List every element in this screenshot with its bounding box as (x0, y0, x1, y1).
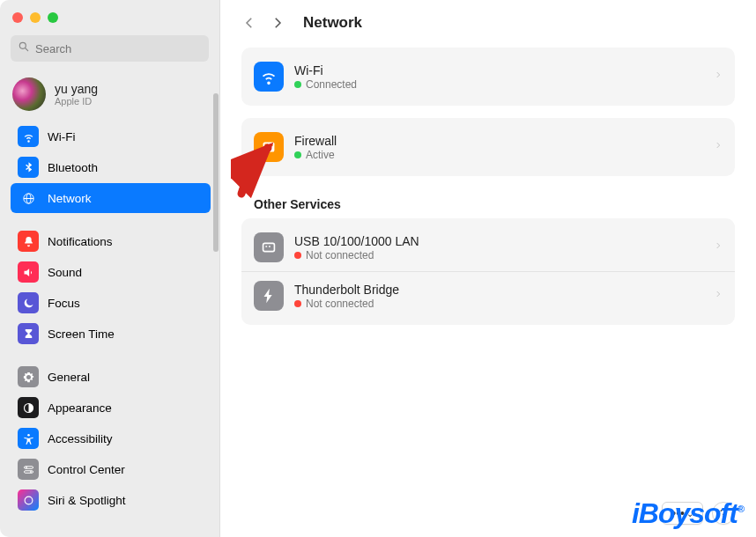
page-title: Network (303, 14, 362, 32)
sidebar-item-label: Bluetooth (48, 161, 98, 174)
firewall-icon (254, 132, 284, 162)
row-title: Wi-Fi (294, 63, 703, 77)
sidebar: yu yang Apple ID Wi-Fi Bluetooth Network (0, 0, 220, 537)
wifi-icon (18, 126, 39, 147)
user-sub: Apple ID (55, 96, 98, 107)
svg-point-10 (30, 471, 32, 473)
wifi-icon (254, 62, 284, 92)
row-wifi[interactable]: Wi-Fi Connected (241, 53, 735, 100)
row-title: Thunderbolt Bridge (294, 283, 703, 297)
sidebar-item-label: Appearance (48, 401, 112, 415)
svg-rect-7 (24, 466, 33, 468)
svg-rect-14 (270, 143, 273, 146)
sidebar-item-label: Network (48, 192, 92, 205)
thunderbolt-icon (254, 281, 284, 311)
close-window-button[interactable] (12, 12, 23, 23)
content: Wi-Fi Connected Firewall Active Other Se… (220, 42, 756, 502)
main-pane: Network Wi-Fi Connected Firewall (220, 0, 756, 537)
globe-net-icon (18, 188, 39, 209)
chevron-right-icon (714, 139, 723, 155)
gear-icon (18, 366, 39, 387)
other-services-heading: Other Services (241, 188, 735, 218)
row-title: Firewall (294, 134, 703, 148)
status-dot (294, 151, 301, 158)
row-usb-lan[interactable]: USB 10/100/1000 LAN Not connected (241, 224, 735, 271)
svg-rect-9 (24, 470, 33, 473)
sidebar-item-label: Sound (48, 266, 82, 279)
siri-icon (18, 489, 39, 511)
status-dot (294, 300, 301, 307)
chevron-right-icon (714, 239, 723, 255)
row-status: Not connected (306, 249, 374, 261)
hourglass-icon (18, 323, 39, 344)
appearance-icon (18, 397, 39, 418)
accessibility-icon (18, 428, 39, 449)
svg-rect-16 (263, 243, 275, 251)
ethernet-icon (254, 232, 284, 262)
search-field[interactable] (11, 35, 209, 62)
sidebar-item-control-center[interactable]: Control Center (11, 454, 211, 484)
header: Network (220, 0, 756, 42)
bluetooth-icon (18, 157, 39, 178)
sidebar-item-appearance[interactable]: Appearance (11, 393, 211, 423)
sidebar-item-label: Screen Time (48, 327, 115, 341)
back-button[interactable] (241, 15, 257, 31)
sidebar-item-label: Accessibility (48, 432, 113, 445)
search-input[interactable] (35, 42, 202, 55)
sidebar-item-accessibility[interactable]: Accessibility (11, 423, 211, 453)
moon-icon (18, 292, 39, 313)
sidebar-item-network[interactable]: Network (11, 183, 211, 213)
svg-point-8 (26, 467, 27, 468)
search-icon (18, 40, 35, 56)
svg-point-6 (27, 433, 30, 436)
sidebar-item-general[interactable]: General (11, 362, 211, 392)
row-status: Active (306, 149, 335, 161)
svg-point-11 (25, 497, 33, 504)
svg-rect-15 (266, 148, 271, 151)
sidebar-item-screen-time[interactable]: Screen Time (11, 319, 211, 349)
user-name: yu yang (55, 82, 98, 96)
row-status: Connected (306, 78, 357, 91)
row-firewall[interactable]: Firewall Active (241, 123, 735, 171)
sidebar-item-siri-spotlight[interactable]: Siri & Spotlight (11, 485, 211, 515)
sidebar-item-label: Wi-Fi (48, 130, 75, 143)
sidebar-item-label: General (48, 371, 90, 384)
forward-button[interactable] (270, 15, 285, 31)
sidebar-item-label: Siri & Spotlight (48, 494, 126, 507)
sidebar-item-notifications[interactable]: Notifications (11, 226, 211, 256)
sidebar-item-label: Notifications (48, 235, 113, 248)
status-dot (294, 81, 301, 88)
switches-icon (18, 459, 39, 480)
chevron-right-icon (714, 69, 723, 85)
avatar (12, 77, 46, 111)
other-services-card: USB 10/100/1000 LAN Not connected Thunde… (241, 218, 735, 325)
svg-line-1 (26, 48, 28, 51)
status-dot (294, 252, 301, 259)
speaker-icon (18, 261, 39, 283)
apple-id-row[interactable]: yu yang Apple ID (0, 70, 219, 121)
bell-icon (18, 231, 39, 252)
row-thunderbolt-bridge[interactable]: Thunderbolt Bridge Not connected (241, 271, 735, 320)
minimize-window-button[interactable] (30, 12, 41, 23)
sidebar-item-focus[interactable]: Focus (11, 288, 211, 318)
sidebar-item-bluetooth[interactable]: Bluetooth (11, 152, 211, 182)
zoom-window-button[interactable] (48, 12, 58, 23)
row-status: Not connected (306, 298, 374, 310)
sidebar-list: Wi-Fi Bluetooth Network Notifications (0, 121, 219, 537)
svg-point-0 (19, 42, 26, 48)
sidebar-item-label: Control Center (48, 463, 125, 476)
sidebar-item-label: Focus (48, 297, 80, 310)
sidebar-item-sound[interactable]: Sound (11, 257, 211, 287)
firewall-card: Firewall Active (241, 118, 735, 176)
row-title: USB 10/100/1000 LAN (294, 234, 703, 248)
watermark: iBoysoft® (632, 497, 744, 530)
sidebar-item-wifi[interactable]: Wi-Fi (11, 121, 211, 151)
primary-services-card: Wi-Fi Connected (241, 48, 735, 106)
svg-rect-13 (264, 143, 268, 146)
window-controls (0, 0, 219, 32)
scrollbar-thumb[interactable] (213, 93, 219, 252)
chevron-right-icon (714, 288, 723, 304)
svg-rect-12 (263, 143, 275, 152)
